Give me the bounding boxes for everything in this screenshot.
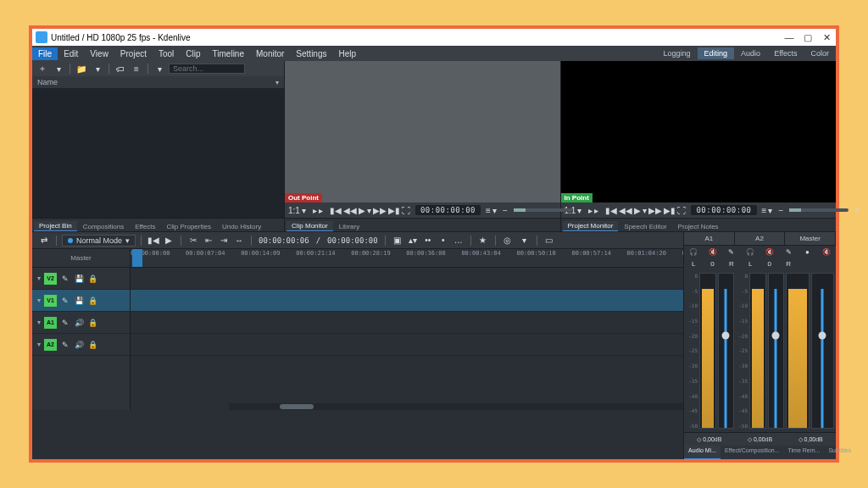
tab-clip-monitor[interactable]: Clip Monitor — [287, 221, 333, 231]
track-v1-collapse-icon[interactable]: ▾ — [37, 297, 41, 304]
clip-skip-fwd-button[interactable]: ▶▮ — [388, 203, 400, 217]
tl-preview-chevron-icon[interactable]: ▾ — [518, 234, 531, 247]
tab-speech-editor[interactable]: Speech Editor — [619, 222, 671, 231]
track-header-v1[interactable]: ▾ V1 ✎ 💾 🔒 — [32, 290, 130, 312]
master-fader[interactable] — [811, 273, 835, 429]
clip-monitor-viewer[interactable]: Out Point — [285, 61, 560, 202]
clip-play-chevron-icon[interactable]: ▾ — [367, 203, 371, 217]
a2-mute-icon[interactable]: 🔇 — [760, 246, 779, 258]
window-minimize[interactable]: — — [780, 29, 798, 46]
proj-play-chevron-icon[interactable]: ▾ — [643, 203, 647, 217]
track-a2-lock-icon[interactable]: 🔒 — [87, 340, 97, 350]
clip-timecode[interactable]: 00:00:00:00 — [415, 205, 481, 215]
tl-preview-button[interactable]: ◎ — [501, 234, 515, 247]
timeline-config-button[interactable]: ⇄ — [37, 234, 51, 247]
menu-view[interactable]: View — [84, 47, 114, 60]
add-clip-chevron-icon[interactable]: ▾ — [52, 62, 65, 75]
tl-trim-in-button[interactable]: ⇤ — [202, 234, 215, 247]
menu-tool[interactable]: Tool — [153, 47, 180, 60]
tab-compositions[interactable]: Compositions — [78, 222, 129, 231]
tl-play-button[interactable]: ▶ — [162, 234, 175, 247]
clip-skip-back-button[interactable]: ▮◀ — [330, 203, 342, 217]
proj-ratio-chevron-icon[interactable]: ▾ — [577, 203, 581, 217]
playhead-region[interactable] — [132, 249, 142, 267]
proj-play-button[interactable]: ▶ — [634, 203, 641, 217]
tab-undo-history[interactable]: Undo History — [217, 222, 266, 231]
tl-spacer-button[interactable]: ↔ — [232, 234, 246, 247]
folder-chevron-icon[interactable]: ▾ — [91, 62, 104, 75]
track-a1-edit-icon[interactable]: ✎ — [60, 318, 70, 328]
tl-favorite-button[interactable]: ★ — [476, 234, 490, 247]
track-v2-edit-icon[interactable]: ✎ — [60, 274, 70, 284]
proj-rewind-button[interactable]: ◀◀ — [619, 203, 632, 217]
clip-options-chevron-icon[interactable]: ▾ — [492, 203, 497, 217]
bt-time-remap[interactable]: Time Rem... — [784, 446, 825, 459]
tab-clip-properties[interactable]: Clip Properties — [161, 222, 215, 231]
menu-monitor[interactable]: Monitor — [250, 47, 290, 60]
mixer-ch-master[interactable]: Master — [785, 232, 836, 245]
tab-project-bin[interactable]: Project Bin — [34, 221, 77, 231]
track-v2-collapse-icon[interactable]: ▾ — [37, 274, 41, 282]
tl-misc1-button[interactable]: • — [437, 234, 450, 247]
track-v2-save-icon[interactable]: 💾 — [74, 274, 84, 284]
track-v1-save-icon[interactable]: 💾 — [74, 296, 84, 306]
clip-ratio-label[interactable]: 1:1 — [288, 203, 300, 217]
proj-skip-back-button[interactable]: ▮◀ — [605, 203, 617, 217]
menu-file[interactable]: File — [32, 47, 58, 60]
proj-in-point-button[interactable]: ▸ — [588, 203, 593, 217]
a2-headphones-icon[interactable]: 🎧 — [741, 246, 760, 258]
track-a1-collapse-icon[interactable]: ▾ — [37, 319, 41, 326]
clip-out-point-button[interactable]: ▸ — [319, 203, 323, 217]
proj-ff-button[interactable]: ▶▶ — [648, 203, 662, 217]
menu-edit[interactable]: Edit — [58, 47, 84, 60]
bt-audio-mixer[interactable]: Audio Mi... — [684, 446, 721, 459]
menu-settings[interactable]: Settings — [290, 47, 332, 60]
track-v1-edit-icon[interactable]: ✎ — [60, 296, 70, 306]
track-a2-collapse-icon[interactable]: ▾ — [37, 341, 41, 348]
proj-zoom-in[interactable]: ＋ — [850, 203, 864, 217]
track-a2-mute-icon[interactable]: 🔊 — [74, 340, 84, 350]
bt-effect-composition[interactable]: Effect/Composition... — [721, 446, 783, 459]
clip-fullscreen-button[interactable]: ⛶ — [402, 203, 410, 217]
menu-timeline[interactable]: Timeline — [207, 47, 250, 60]
proj-zoom-out[interactable]: − — [774, 203, 787, 217]
mode-logging[interactable]: Logging — [657, 47, 698, 59]
bin-body[interactable] — [32, 88, 284, 218]
timeline-scroll-thumb[interactable] — [280, 404, 314, 409]
clip-zoom-slider[interactable] — [514, 208, 573, 212]
a1-mute-icon[interactable]: 🔇 — [703, 246, 721, 258]
track-v2-lock-icon[interactable]: 🔒 — [87, 274, 97, 284]
tab-effects[interactable]: Effects — [130, 222, 160, 231]
tl-mixer-button[interactable]: ▭ — [542, 234, 556, 247]
track-a1-mute-icon[interactable]: 🔊 — [74, 318, 84, 328]
a1-edit-icon[interactable]: ✎ — [722, 246, 741, 258]
a1-fader[interactable] — [718, 273, 735, 429]
clip-zoom-out[interactable]: − — [498, 203, 512, 217]
a2-fader[interactable] — [768, 273, 785, 429]
track-header-a2[interactable]: ▾ A2 ✎ 🔊 🔒 — [32, 334, 130, 356]
bt-subtitles[interactable]: Subtitles — [824, 446, 855, 459]
clip-options-button[interactable]: ≡ — [486, 203, 491, 217]
window-close[interactable]: ✕ — [817, 29, 836, 46]
tl-cut-button[interactable]: ✂ — [186, 234, 200, 247]
clip-rewind-button[interactable]: ◀◀ — [343, 203, 357, 217]
tab-project-notes[interactable]: Project Notes — [673, 222, 724, 231]
filter-chevron-icon[interactable]: ▾ — [153, 62, 166, 75]
project-monitor-viewer[interactable]: In Point — [561, 61, 837, 202]
mode-color[interactable]: Color — [804, 47, 836, 59]
proj-out-point-button[interactable]: ▸ — [594, 203, 598, 217]
track-header-v2[interactable]: ▾ V2 ✎ 💾 🔒 — [32, 268, 130, 290]
tab-project-monitor[interactable]: Project Monitor — [563, 221, 619, 231]
track-header-a1[interactable]: ▾ A1 ✎ 🔊 🔒 — [32, 312, 130, 334]
mode-audio[interactable]: Audio — [734, 47, 767, 59]
options-button[interactable]: ≡ — [130, 62, 143, 75]
tag-button[interactable]: 🏷 — [114, 62, 127, 75]
track-v1-lock-icon[interactable]: 🔒 — [87, 296, 97, 306]
proj-options-chevron-icon[interactable]: ▾ — [768, 203, 772, 217]
proj-skip-fwd-button[interactable]: ▶▮ — [664, 203, 676, 217]
track-a2-edit-icon[interactable]: ✎ — [60, 340, 70, 350]
window-maximize[interactable]: ▢ — [798, 29, 817, 46]
proj-zoom-slider[interactable] — [789, 208, 849, 212]
menu-clip[interactable]: Clip — [180, 47, 206, 60]
a1-headphones-icon[interactable]: 🎧 — [684, 246, 703, 258]
